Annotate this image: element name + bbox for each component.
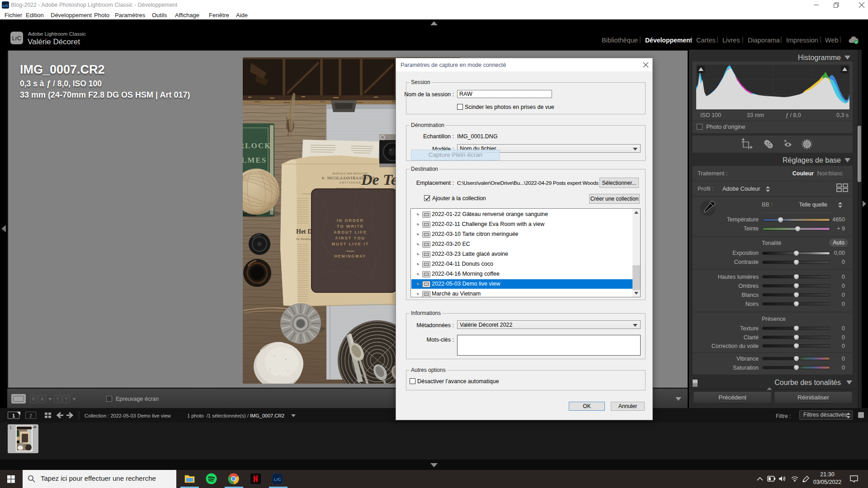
svg-text:LrC: LrC: [3, 4, 9, 8]
svg-text:LrC: LrC: [274, 477, 281, 482]
svg-text:LrC: LrC: [12, 35, 22, 42]
